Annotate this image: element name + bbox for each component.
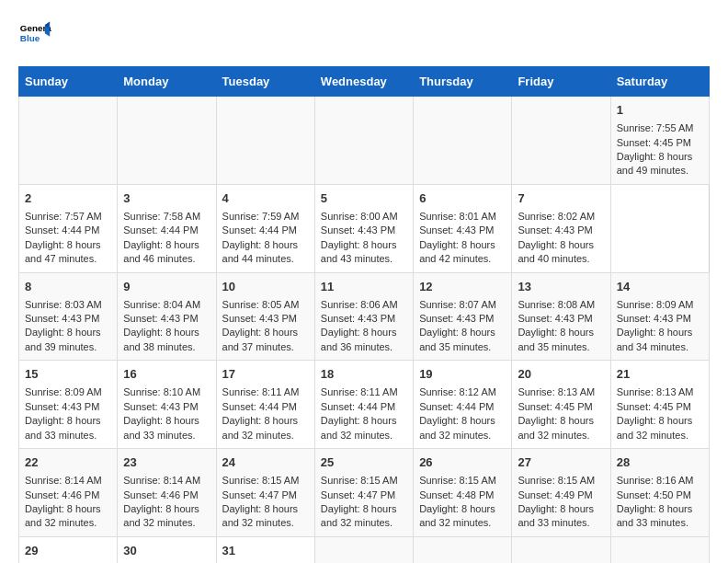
day-cell-29: 29Sunrise: 8:16 AMSunset: 4:50 PMDayligh… [19, 536, 118, 563]
day-cell-31: 31Sunrise: 8:16 AMSunset: 4:52 PMDayligh… [216, 536, 314, 563]
day-cell-27: 27Sunrise: 8:15 AMSunset: 4:49 PMDayligh… [512, 449, 610, 537]
day-cell-28: 28Sunrise: 8:16 AMSunset: 4:50 PMDayligh… [610, 449, 709, 537]
day-cell-2: 2Sunrise: 7:57 AMSunset: 4:44 PMDaylight… [19, 184, 118, 272]
empty-cell [512, 536, 610, 563]
day-cell-8: 8Sunrise: 8:03 AMSunset: 4:43 PMDaylight… [19, 272, 118, 361]
day-cell-13: 13Sunrise: 8:08 AMSunset: 4:43 PMDayligh… [512, 272, 610, 361]
day-cell-9: 9Sunrise: 8:04 AMSunset: 4:43 PMDaylight… [118, 272, 216, 361]
day-header-thursday: Thursday [414, 67, 512, 97]
header-row: SundayMondayTuesdayWednesdayThursdayFrid… [19, 67, 710, 97]
week-row-6: 29Sunrise: 8:16 AMSunset: 4:50 PMDayligh… [19, 536, 710, 563]
day-cell-24: 24Sunrise: 8:15 AMSunset: 4:47 PMDayligh… [216, 449, 314, 537]
day-cell-3: 3Sunrise: 7:58 AMSunset: 4:44 PMDaylight… [118, 184, 216, 272]
day-cell-6: 6Sunrise: 8:01 AMSunset: 4:43 PMDaylight… [414, 184, 512, 272]
calendar-table: SundayMondayTuesdayWednesdayThursdayFrid… [18, 66, 710, 563]
day-cell-12: 12Sunrise: 8:07 AMSunset: 4:43 PMDayligh… [414, 272, 512, 361]
day-header-wednesday: Wednesday [314, 67, 413, 97]
logo-icon: General Blue [18, 18, 51, 52]
empty-cell [314, 97, 413, 185]
day-cell-11: 11Sunrise: 8:06 AMSunset: 4:43 PMDayligh… [314, 272, 413, 361]
day-header-friday: Friday [512, 67, 610, 97]
empty-cell [19, 97, 118, 185]
day-cell-5: 5Sunrise: 8:00 AMSunset: 4:43 PMDaylight… [314, 184, 413, 272]
header: General Blue [18, 18, 710, 52]
day-cell-26: 26Sunrise: 8:15 AMSunset: 4:48 PMDayligh… [414, 449, 512, 537]
day-cell-10: 10Sunrise: 8:05 AMSunset: 4:43 PMDayligh… [216, 272, 314, 361]
day-cell-1: 1Sunrise: 7:55 AMSunset: 4:45 PMDaylight… [610, 97, 709, 185]
empty-cell [216, 97, 314, 185]
week-row-5: 22Sunrise: 8:14 AMSunset: 4:46 PMDayligh… [19, 449, 710, 537]
day-cell-25: 25Sunrise: 8:15 AMSunset: 4:47 PMDayligh… [314, 449, 413, 537]
week-row-2: 2Sunrise: 7:57 AMSunset: 4:44 PMDaylight… [19, 184, 710, 272]
empty-cell [512, 97, 610, 185]
day-cell-23: 23Sunrise: 8:14 AMSunset: 4:46 PMDayligh… [118, 449, 216, 537]
day-cell-17: 17Sunrise: 8:11 AMSunset: 4:44 PMDayligh… [216, 361, 314, 449]
week-row-4: 15Sunrise: 8:09 AMSunset: 4:43 PMDayligh… [19, 361, 710, 449]
week-row-3: 8Sunrise: 8:03 AMSunset: 4:43 PMDaylight… [19, 272, 710, 361]
empty-cell [118, 97, 216, 185]
empty-cell [314, 536, 413, 563]
day-cell-14: 14Sunrise: 8:09 AMSunset: 4:43 PMDayligh… [610, 272, 709, 361]
day-cell-22: 22Sunrise: 8:14 AMSunset: 4:46 PMDayligh… [19, 449, 118, 537]
day-cell-21: 21Sunrise: 8:13 AMSunset: 4:45 PMDayligh… [610, 361, 709, 449]
empty-cell [414, 536, 512, 563]
logo: General Blue [18, 18, 51, 52]
svg-text:Blue: Blue [20, 33, 40, 43]
day-cell-15: 15Sunrise: 8:09 AMSunset: 4:43 PMDayligh… [19, 361, 118, 449]
day-cell-19: 19Sunrise: 8:12 AMSunset: 4:44 PMDayligh… [414, 361, 512, 449]
day-cell-16: 16Sunrise: 8:10 AMSunset: 4:43 PMDayligh… [118, 361, 216, 449]
day-header-tuesday: Tuesday [216, 67, 314, 97]
day-cell-20: 20Sunrise: 8:13 AMSunset: 4:45 PMDayligh… [512, 361, 610, 449]
day-header-sunday: Sunday [19, 67, 118, 97]
day-cell-7: 7Sunrise: 8:02 AMSunset: 4:43 PMDaylight… [512, 184, 610, 272]
day-cell-30: 30Sunrise: 8:16 AMSunset: 4:51 PMDayligh… [118, 536, 216, 563]
empty-cell [414, 97, 512, 185]
day-header-monday: Monday [118, 67, 216, 97]
day-header-saturday: Saturday [610, 67, 709, 97]
week-row-1: 1Sunrise: 7:55 AMSunset: 4:45 PMDaylight… [19, 97, 710, 185]
empty-cell [610, 536, 709, 563]
day-cell-18: 18Sunrise: 8:11 AMSunset: 4:44 PMDayligh… [314, 361, 413, 449]
day-cell-4: 4Sunrise: 7:59 AMSunset: 4:44 PMDaylight… [216, 184, 314, 272]
